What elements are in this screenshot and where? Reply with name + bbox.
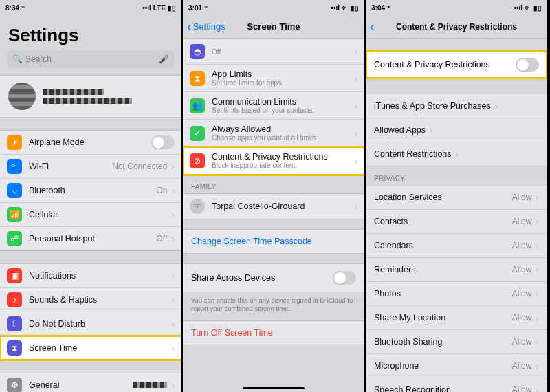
- sounds-icon: ♪: [7, 292, 22, 307]
- chevron-right-icon: ›: [354, 73, 358, 84]
- screentime-row-content-privacy-restrictions[interactable]: ⊘ Content & Privacy Restrictions Block i…: [183, 147, 364, 175]
- screentime-row-always-allowed[interactable]: ✓ Always Allowed Choose apps you want at…: [183, 120, 364, 147]
- settings-row-notifications[interactable]: ▣ Notifications›: [0, 264, 182, 288]
- battery-icon: ▮▯: [351, 4, 359, 12]
- avatar: [8, 83, 36, 110]
- page-title: Settings: [0, 15, 182, 50]
- cellular-icon: 📶: [7, 207, 22, 222]
- screen-time-content[interactable]: ◓ Off ›⧗ App Limits Set time limits for …: [183, 39, 364, 392]
- restrict-row-calendars[interactable]: CalendarsAllow›: [366, 234, 547, 258]
- always-icon: ✓: [190, 126, 205, 141]
- status-time: 3:04 ⁺: [371, 4, 390, 12]
- wifi-icon: ᯤ: [342, 4, 349, 12]
- nav-title: Content & Privacy Restrictions: [396, 22, 517, 32]
- restrictions-toggle[interactable]: [516, 58, 539, 72]
- restrict-row-itunes-app-store-purchases[interactable]: iTunes & App Store Purchases›: [366, 94, 547, 118]
- chevron-right-icon: ›: [171, 209, 175, 220]
- settings-root-panel: 8:34 ⁺ ••ıl LTE ▮▯ Settings 🔍 Search 🎤 ✈…: [0, 0, 183, 392]
- status-time: 3:01 ⁺: [188, 4, 208, 12]
- restrict-row-location-services[interactable]: Location ServicesAllow›: [366, 186, 547, 210]
- general-row-group: ⚙ General ›: [0, 373, 182, 392]
- chevron-right-icon: ›: [354, 100, 358, 111]
- share-note: You can enable this on any device signed…: [183, 292, 364, 320]
- chevron-right-icon: ›: [171, 270, 175, 281]
- chevron-right-icon: ›: [171, 185, 175, 196]
- chevron-right-icon: ›: [536, 288, 539, 299]
- restrict-row-reminders[interactable]: RemindersAllow›: [366, 258, 547, 282]
- battery-icon: ▮▯: [534, 4, 542, 12]
- restrict-row-photos[interactable]: PhotosAllow›: [366, 282, 547, 306]
- status-time: 8:34 ⁺: [6, 4, 25, 12]
- settings-row-do-not-disturb[interactable]: ☾ Do Not Disturb›: [0, 312, 182, 336]
- chevron-right-icon: ›: [536, 216, 539, 227]
- restrict-row-bluetooth-sharing[interactable]: Bluetooth SharingAllow›: [366, 330, 547, 354]
- downtime-icon: ◓: [190, 44, 205, 59]
- restrict-row-contacts[interactable]: ContactsAllow›: [366, 210, 547, 234]
- restrict-row-microphone[interactable]: MicrophoneAllow›: [366, 354, 547, 378]
- settings-row-wi-fi[interactable]: ᯤ Wi-FiNot Connected›: [0, 155, 182, 179]
- share-across-devices-row[interactable]: Share Across Devices: [183, 263, 364, 292]
- settings-row-sounds-haptics[interactable]: ♪ Sounds & Haptics›: [0, 288, 182, 312]
- settings-row-cellular[interactable]: 📶 Cellular›: [0, 203, 182, 227]
- search-icon: 🔍: [12, 54, 23, 64]
- turn-off-button[interactable]: Turn Off Screen Time: [183, 320, 364, 345]
- search-input[interactable]: 🔍 Search 🎤: [7, 50, 175, 68]
- nav-title: Screen Time: [247, 21, 300, 32]
- change-passcode-button[interactable]: Change Screen Time Passcode: [183, 229, 364, 254]
- chevron-right-icon: ›: [536, 336, 539, 347]
- airplane-icon: ✈: [7, 135, 22, 150]
- family-name: Torpal Costello-Girouard: [212, 202, 305, 211]
- wifi-icon: ᯤ: [7, 159, 22, 174]
- chevron-right-icon: ›: [354, 46, 358, 57]
- commlimits-icon: 👥: [190, 98, 205, 113]
- screentime-icon: ⧗: [7, 340, 22, 356]
- settings-row-screen-time[interactable]: ⧗ Screen Time›: [0, 336, 182, 360]
- general-row[interactable]: ⚙ General ›: [0, 373, 182, 392]
- screentime-row-communication-limits[interactable]: 👥 Communication Limits Set limits based …: [183, 92, 364, 120]
- mic-icon[interactable]: 🎤: [159, 54, 169, 64]
- restrict-row-allowed-apps[interactable]: Allowed Apps›: [366, 118, 547, 142]
- chevron-right-icon: ›: [536, 240, 539, 251]
- settings-row-bluetooth[interactable]: ⌵ BluetoothOn›: [0, 179, 182, 203]
- applimits-icon: ⧗: [190, 71, 205, 86]
- toggle-label: Content & Privacy Restrictions: [374, 60, 490, 69]
- notifications-icon: ▣: [7, 268, 22, 283]
- chevron-right-icon: ›: [495, 100, 498, 111]
- restrictions-master-toggle-row[interactable]: Content & Privacy Restrictions: [366, 51, 547, 78]
- gear-icon: ⚙: [7, 378, 22, 392]
- dnd-icon: ☾: [7, 316, 22, 331]
- wifi-icon: ᯤ: [525, 4, 531, 12]
- profile-sub-redacted: [43, 98, 132, 104]
- restrictions-content[interactable]: Content & Privacy Restrictions iTunes & …: [366, 39, 547, 392]
- family-avatar: TC: [190, 199, 205, 214]
- restrict-row-content-restrictions[interactable]: Content Restrictions›: [366, 142, 547, 166]
- apple-id-row[interactable]: [0, 75, 182, 118]
- screentime-row-app-limits[interactable]: ⧗ App Limits Set time limits for apps. ›: [183, 65, 364, 92]
- restrictions-panel: 3:04 ⁺ ••ıl ᯤ ▮▯ Content & Privacy Restr…: [366, 0, 549, 392]
- signal-icon: ••ıl: [142, 4, 151, 12]
- restrict-row-speech-recognition[interactable]: Speech RecognitionAllow›: [366, 378, 547, 392]
- privacy-header: PRIVACY: [366, 166, 547, 185]
- back-button[interactable]: Settings: [187, 21, 226, 32]
- network-group: ✈ Airplane Modeᯤ Wi-FiNot Connected›⌵ Bl…: [0, 130, 182, 251]
- home-indicator[interactable]: [243, 387, 305, 389]
- chevron-right-icon: ›: [536, 264, 539, 275]
- settings-row-personal-hotspot[interactable]: ☍ Personal HotspotOff›: [0, 227, 182, 250]
- restrict-row-share-my-location[interactable]: Share My LocationAllow›: [366, 306, 547, 330]
- settings-content[interactable]: Settings 🔍 Search 🎤 ✈ Airplane Modeᯤ Wi-…: [0, 15, 182, 392]
- chevron-right-icon: ›: [354, 155, 358, 166]
- family-header: FAMILY: [183, 175, 364, 193]
- signal-icon: ••ıl: [331, 4, 340, 12]
- chevron-right-icon: ›: [354, 201, 358, 212]
- chevron-right-icon: ›: [171, 380, 175, 391]
- toggle[interactable]: [151, 135, 175, 149]
- share-toggle[interactable]: [333, 271, 356, 285]
- chevron-right-icon: ›: [171, 161, 175, 172]
- screentime-row-downtime[interactable]: ◓ Off ›: [183, 39, 364, 65]
- network-label: LTE: [153, 4, 166, 12]
- chevron-right-icon: ›: [171, 342, 175, 353]
- hotspot-icon: ☍: [7, 231, 22, 246]
- settings-row-airplane-mode[interactable]: ✈ Airplane Mode: [0, 131, 182, 155]
- family-member-row[interactable]: TC Torpal Costello-Girouard ›: [183, 193, 364, 219]
- status-bar: 3:04 ⁺ ••ıl ᯤ ▮▯: [366, 0, 547, 15]
